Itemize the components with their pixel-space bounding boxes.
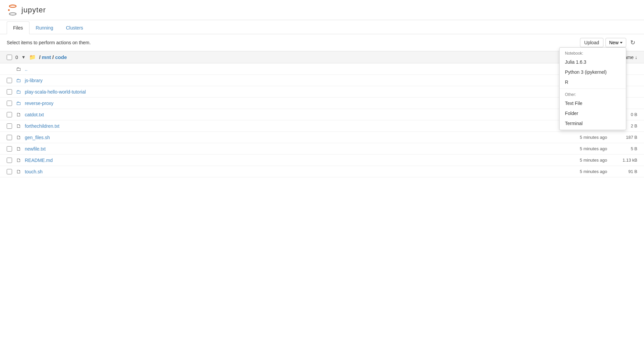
file-link-gen-files[interactable]: gen_files.sh	[25, 135, 550, 140]
file-icon-touch: 🗋	[15, 169, 21, 174]
new-dropdown-menu: Notebook: Julia 1.6.3 Python 3 (ipykerne…	[559, 47, 626, 130]
checkbox-gen-files[interactable]	[7, 135, 12, 140]
dropdown-item-julia[interactable]: Julia 1.6.3	[560, 57, 626, 67]
file-link-js-library[interactable]: js-library	[25, 78, 550, 83]
toolbar-instruction: Select items to perform actions on them.	[7, 40, 91, 45]
sort-direction-icon: ↓	[635, 55, 637, 60]
file-link-newfile[interactable]: newfile.txt	[25, 146, 550, 152]
file-link-parent[interactable]: ..	[25, 66, 637, 72]
folder-icon-play-scala: 🗀	[15, 89, 21, 95]
select-all-checkbox[interactable]	[7, 55, 12, 60]
file-row-catdot: 🗋 catdot.txt 0 B	[0, 109, 644, 120]
folder-breadcrumb-icon: 📁	[29, 54, 36, 60]
file-size-touch: 91 B	[610, 169, 637, 174]
file-modified-gen-files: 5 minutes ago	[554, 135, 607, 140]
checkbox-forthechildren[interactable]	[7, 123, 12, 129]
dropdown-item-terminal[interactable]: Terminal	[560, 118, 626, 128]
file-size-newfile: 5 B	[610, 146, 637, 151]
svg-point-0	[9, 5, 16, 7]
file-row-forthechildren: 🗋 forthechildren.txt 5 minutes ago 2 B	[0, 120, 644, 132]
checkbox-play-scala[interactable]	[7, 89, 12, 95]
breadcrumb-mnt[interactable]: mnt	[42, 54, 51, 60]
file-link-touch[interactable]: touch.sh	[25, 169, 550, 174]
folder-icon-js-library: 🗀	[15, 77, 21, 83]
logo: jupyter	[7, 4, 46, 16]
file-modified-newfile: 5 minutes ago	[554, 146, 607, 151]
new-button-label: New	[609, 40, 619, 45]
file-link-forthechildren[interactable]: forthechildren.txt	[25, 123, 550, 129]
file-list: 🗀 .. 🗀 js-library 🗀 play-scala-hello-wor…	[0, 63, 644, 177]
file-row-gen-files: 🗋 gen_files.sh 5 minutes ago 187 B	[0, 132, 644, 143]
file-modified-touch: 5 minutes ago	[554, 169, 607, 174]
file-row-play-scala: 🗀 play-scala-hello-world-tutorial	[0, 86, 644, 98]
file-row-newfile: 🗋 newfile.txt 5 minutes ago 5 B	[0, 143, 644, 155]
folder-icon: 🗀	[15, 66, 21, 72]
file-row-readme: 🗋 README.md 5 minutes ago 1.13 kB	[0, 155, 644, 166]
folder-icon-reverse-proxy: 🗀	[15, 100, 21, 106]
svg-point-1	[9, 12, 16, 15]
file-row-reverse-proxy: 🗀 reverse-proxy	[0, 98, 644, 109]
breadcrumb-sep-root: /	[39, 54, 41, 60]
file-modified-readme: 5 minutes ago	[554, 158, 607, 163]
file-row-js-library: 🗀 js-library	[0, 75, 644, 86]
sort-dropdown-icon[interactable]: ▼	[21, 55, 26, 60]
dropdown-item-folder[interactable]: Folder	[560, 108, 626, 118]
toolbar-actions: Upload New Notebook: Julia 1.6.3 Python …	[580, 38, 637, 48]
upload-button[interactable]: Upload	[580, 38, 603, 47]
dropdown-divider	[560, 89, 626, 89]
header: jupyter	[0, 0, 644, 20]
breadcrumb: / mnt / code	[39, 54, 67, 60]
jupyter-logo-icon	[7, 4, 19, 16]
item-count: 0	[15, 55, 18, 60]
tabs-bar: Files Running Clusters	[0, 21, 644, 34]
file-icon-forthechildren: 🗋	[15, 123, 21, 129]
file-link-play-scala[interactable]: play-scala-hello-world-tutorial	[25, 89, 550, 95]
breadcrumb-sep-2: /	[52, 54, 54, 60]
refresh-button[interactable]: ↻	[628, 38, 637, 48]
breadcrumb-code[interactable]: code	[55, 54, 67, 60]
file-icon-readme: 🗋	[15, 157, 21, 163]
tab-clusters[interactable]: Clusters	[60, 21, 89, 34]
new-dropdown-wrapper: New Notebook: Julia 1.6.3 Python 3 (ipyk…	[605, 38, 626, 47]
dropdown-item-textfile[interactable]: Text File	[560, 98, 626, 108]
file-row-parent: 🗀 ..	[0, 63, 644, 75]
checkbox-catdot[interactable]	[7, 112, 12, 117]
file-link-readme[interactable]: README.md	[25, 158, 550, 163]
dropdown-item-python3[interactable]: Python 3 (ipykernel)	[560, 67, 626, 77]
new-button[interactable]: New	[605, 38, 626, 47]
checkbox-reverse-proxy[interactable]	[7, 101, 12, 106]
file-icon-newfile: 🗋	[15, 146, 21, 152]
checkbox-newfile[interactable]	[7, 146, 12, 152]
checkbox-readme[interactable]	[7, 158, 12, 163]
file-size-readme: 1.13 kB	[610, 158, 637, 163]
tab-files[interactable]: Files	[7, 21, 29, 34]
file-link-catdot[interactable]: catdot.txt	[25, 112, 550, 117]
file-icon-catdot: 🗋	[15, 112, 21, 117]
file-icon-gen-files: 🗋	[15, 134, 21, 140]
checkbox-touch[interactable]	[7, 169, 12, 174]
file-row-touch: 🗋 touch.sh 5 minutes ago 91 B	[0, 166, 644, 177]
logo-text: jupyter	[21, 6, 46, 14]
notebook-section-label: Notebook:	[560, 49, 626, 57]
tab-running[interactable]: Running	[29, 21, 60, 34]
file-size-gen-files: 187 B	[610, 135, 637, 140]
other-section-label: Other:	[560, 90, 626, 98]
svg-point-2	[8, 9, 10, 11]
dropdown-item-r[interactable]: R	[560, 77, 626, 87]
file-list-header: 0 ▼ 📁 / mnt / code Name ↓	[0, 51, 644, 63]
toolbar: Select items to perform actions on them.…	[0, 34, 644, 51]
checkbox-js-library[interactable]	[7, 78, 12, 83]
new-dropdown-caret-icon	[620, 42, 623, 44]
file-link-reverse-proxy[interactable]: reverse-proxy	[25, 101, 550, 106]
